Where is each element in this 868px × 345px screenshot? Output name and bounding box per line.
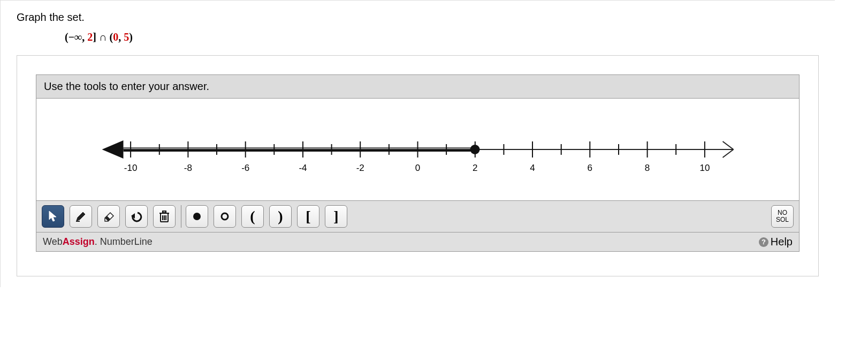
- help-link[interactable]: ? Help: [759, 236, 793, 248]
- intersection-symbol: ∩: [96, 31, 109, 43]
- expr-left-endpoint: 2: [87, 31, 93, 43]
- numberline-widget: Use the tools to enter your answer.: [36, 74, 800, 252]
- pointer-icon: [48, 211, 58, 222]
- tick-label: 6: [588, 163, 592, 173]
- tick-label: 8: [645, 163, 650, 173]
- nosol-line2: SOL: [776, 216, 789, 223]
- draw-tool-button[interactable]: [70, 205, 92, 228]
- tick-label: -10: [124, 163, 138, 173]
- brand-web: Web: [43, 236, 63, 247]
- open-point-button[interactable]: [214, 205, 236, 228]
- closed-bracket-right-button[interactable]: ]: [325, 205, 347, 228]
- undo-button[interactable]: [125, 205, 148, 228]
- undo-icon: [130, 210, 143, 223]
- pencil-icon: [74, 210, 87, 223]
- svg-marker-4: [102, 140, 124, 159]
- svg-point-38: [222, 213, 228, 220]
- expr-right-end: 5: [124, 31, 129, 43]
- pointer-tool-button[interactable]: [42, 205, 64, 228]
- svg-point-37: [193, 213, 201, 220]
- svg-rect-33: [163, 211, 166, 213]
- tick-label: -4: [299, 163, 307, 173]
- tick-label: 10: [699, 163, 710, 173]
- question-prompt: Graph the set.: [17, 11, 819, 24]
- closed-point-icon: [192, 212, 202, 221]
- tick-label: -8: [184, 163, 192, 173]
- brand-suffix: NumberLine: [97, 236, 153, 247]
- help-icon: ?: [759, 237, 768, 247]
- toolbar: ( ) [ ] NO SOL: [36, 201, 799, 232]
- tick-label: 4: [530, 163, 535, 173]
- closed-point-button[interactable]: [186, 205, 208, 228]
- expr-right-close: ): [129, 31, 133, 43]
- help-label: Help: [771, 236, 793, 248]
- tick-label: -6: [241, 163, 249, 173]
- numberline-canvas[interactable]: -10 -8 -6 -4 -2 0 2 4 6 8 10: [36, 99, 799, 201]
- tick-label: -2: [356, 163, 364, 173]
- trash-icon: [158, 210, 170, 223]
- expr-right-sep: ,: [118, 31, 124, 43]
- tick-label: 2: [473, 163, 477, 173]
- open-paren-right-button[interactable]: ): [269, 205, 292, 228]
- expr-left-close: ]: [93, 31, 96, 43]
- brand-label: WebAssign. NumberLine: [43, 236, 153, 248]
- erase-tool-button[interactable]: [97, 205, 120, 228]
- closed-bracket-left-button[interactable]: [: [297, 205, 319, 228]
- open-paren-left-button[interactable]: (: [241, 205, 264, 228]
- clear-button[interactable]: [153, 205, 176, 228]
- svg-marker-28: [49, 211, 56, 221]
- expr-left-open: (−∞,: [65, 31, 87, 43]
- eraser-icon: [102, 211, 116, 222]
- svg-line-5: [723, 141, 734, 149]
- set-expression: (−∞, 2] ∩ (0, 5): [65, 31, 819, 43]
- widget-footer: WebAssign. NumberLine ? Help: [36, 232, 799, 251]
- toolbar-separator: [181, 205, 181, 228]
- open-point-icon: [220, 212, 230, 221]
- expr-right-start: 0: [113, 31, 118, 43]
- widget-header: Use the tools to enter your answer.: [36, 75, 799, 99]
- brand-assign: Assign: [63, 236, 95, 247]
- tick-label: 0: [415, 163, 420, 173]
- no-solution-button[interactable]: NO SOL: [771, 205, 794, 228]
- tool-container: Use the tools to enter your answer.: [17, 55, 819, 276]
- svg-line-6: [723, 149, 734, 158]
